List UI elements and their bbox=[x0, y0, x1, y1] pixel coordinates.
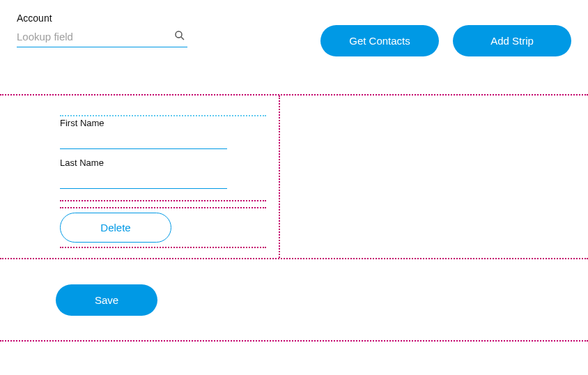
account-label: Account bbox=[17, 13, 187, 24]
account-lookup-input[interactable] bbox=[17, 28, 187, 47]
get-contacts-button[interactable]: Get Contacts bbox=[320, 25, 439, 56]
add-strip-button[interactable]: Add Strip bbox=[453, 25, 571, 56]
first-name-label: First Name bbox=[60, 118, 266, 128]
contact-form-section: First Name Last Name bbox=[60, 115, 266, 201]
top-row: Account Get Contacts Add Strip bbox=[0, 0, 588, 56]
svg-line-1 bbox=[181, 37, 184, 40]
first-name-input[interactable] bbox=[60, 136, 227, 149]
empty-strip-column bbox=[280, 95, 588, 258]
last-name-field: Last Name bbox=[60, 158, 266, 189]
search-icon[interactable] bbox=[173, 29, 186, 42]
svg-point-0 bbox=[176, 31, 182, 38]
save-row: Save bbox=[0, 259, 588, 316]
account-lookup: Account bbox=[17, 13, 187, 47]
account-lookup-field[interactable] bbox=[17, 28, 187, 47]
save-button[interactable]: Save bbox=[56, 284, 157, 316]
first-name-field: First Name bbox=[60, 118, 266, 149]
delete-button[interactable]: Delete bbox=[60, 213, 171, 243]
contact-form-column: First Name Last Name Delete bbox=[0, 95, 280, 258]
strip-container: First Name Last Name Delete bbox=[0, 94, 588, 259]
last-name-input[interactable] bbox=[60, 176, 227, 189]
last-name-label: Last Name bbox=[60, 158, 266, 168]
footer-guide-line bbox=[0, 340, 588, 342]
delete-block: Delete bbox=[60, 207, 266, 248]
